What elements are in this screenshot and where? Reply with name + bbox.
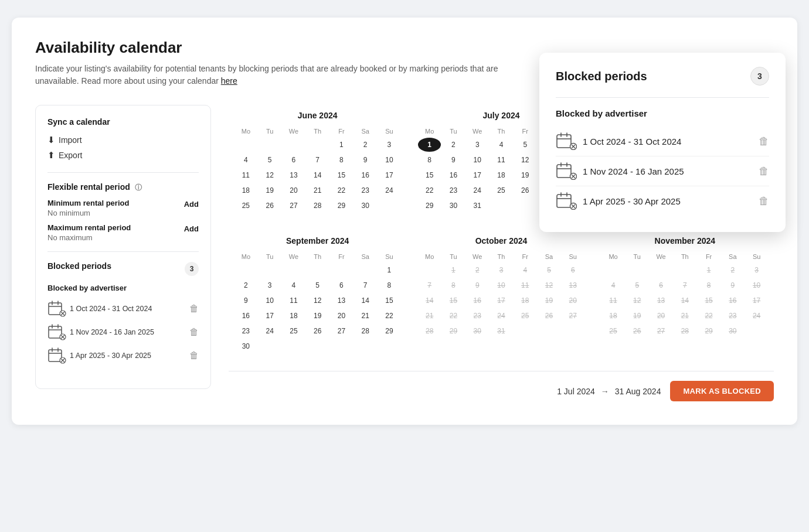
cal-day-June2024-8[interactable]: 8 (330, 153, 353, 167)
cal-day-July2024-19[interactable]: 19 (514, 168, 536, 182)
cal-day-June2024-13[interactable]: 13 (283, 168, 305, 182)
cal-day-September2024-5[interactable]: 5 (306, 278, 329, 292)
sidebar-delete-1[interactable]: 🗑 (189, 303, 199, 314)
cal-day-November2024-20[interactable]: 20 (650, 309, 672, 323)
cal-day-October2024-19[interactable]: 19 (538, 294, 560, 308)
cal-day-November2024-19[interactable]: 19 (626, 309, 648, 323)
cal-day-October2024-20[interactable]: 20 (562, 294, 584, 308)
cal-day-June2024-17[interactable]: 17 (378, 168, 401, 182)
cal-day-July2024-9[interactable]: 9 (442, 153, 465, 167)
cal-day-September2024-25[interactable]: 25 (283, 324, 305, 338)
cal-day-November2024-26[interactable]: 26 (626, 324, 648, 338)
sidebar-delete-2[interactable]: 🗑 (189, 327, 199, 337)
cal-day-September2024-15[interactable]: 15 (378, 294, 401, 308)
cal-day-October2024-15[interactable]: 15 (442, 294, 465, 308)
cal-day-July2024-10[interactable]: 10 (466, 153, 489, 167)
min-add-link[interactable]: Add (184, 200, 199, 209)
cal-day-July2024-1[interactable]: 1 (418, 138, 441, 152)
cal-day-November2024-5[interactable]: 5 (626, 278, 648, 292)
cal-day-September2024-22[interactable]: 22 (378, 309, 401, 323)
cal-day-October2024-18[interactable]: 18 (514, 294, 536, 308)
cal-day-June2024-19[interactable]: 19 (259, 183, 281, 197)
cal-day-November2024-8[interactable]: 8 (698, 278, 720, 292)
cal-day-October2024-24[interactable]: 24 (490, 309, 513, 323)
cal-day-November2024-16[interactable]: 16 (721, 294, 744, 308)
import-link[interactable]: ⬇ Import (47, 132, 199, 148)
cal-day-June2024-5[interactable]: 5 (259, 153, 281, 167)
cal-day-October2024-9[interactable]: 9 (466, 278, 489, 292)
cal-day-September2024-20[interactable]: 20 (330, 309, 353, 323)
cal-day-September2024-21[interactable]: 21 (354, 309, 377, 323)
cal-day-September2024-14[interactable]: 14 (354, 294, 377, 308)
cal-day-July2024-17[interactable]: 17 (466, 168, 489, 182)
cal-day-June2024-9[interactable]: 9 (354, 153, 377, 167)
cal-day-October2024-17[interactable]: 17 (490, 294, 513, 308)
sidebar-delete-3[interactable]: 🗑 (189, 350, 199, 361)
popup-delete-1[interactable]: 🗑 (759, 135, 769, 148)
cal-day-June2024-7[interactable]: 7 (306, 153, 329, 167)
cal-day-November2024-15[interactable]: 15 (698, 294, 720, 308)
cal-day-October2024-25[interactable]: 25 (514, 309, 536, 323)
cal-day-September2024-17[interactable]: 17 (259, 309, 281, 323)
cal-day-September2024-11[interactable]: 11 (283, 294, 305, 308)
cal-day-September2024-13[interactable]: 13 (330, 294, 353, 308)
cal-day-November2024-18[interactable]: 18 (602, 309, 625, 323)
cal-day-October2024-12[interactable]: 12 (538, 278, 560, 292)
cal-day-November2024-2[interactable]: 2 (721, 263, 744, 277)
cal-day-June2024-18[interactable]: 18 (234, 183, 257, 197)
cal-day-November2024-21[interactable]: 21 (674, 309, 696, 323)
cal-day-July2024-15[interactable]: 15 (418, 168, 441, 182)
cal-day-November2024-24[interactable]: 24 (745, 309, 768, 323)
cal-day-June2024-29[interactable]: 29 (330, 199, 353, 213)
cal-day-October2024-27[interactable]: 27 (562, 309, 584, 323)
cal-day-June2024-12[interactable]: 12 (259, 168, 281, 182)
cal-day-October2024-23[interactable]: 23 (466, 309, 489, 323)
cal-day-June2024-20[interactable]: 20 (283, 183, 305, 197)
cal-day-October2024-16[interactable]: 16 (466, 294, 489, 308)
cal-day-July2024-26[interactable]: 26 (514, 183, 536, 197)
cal-day-November2024-1[interactable]: 1 (698, 263, 720, 277)
cal-day-June2024-28[interactable]: 28 (306, 199, 329, 213)
cal-day-July2024-25[interactable]: 25 (490, 183, 513, 197)
cal-day-November2024-30[interactable]: 30 (721, 324, 744, 338)
cal-day-July2024-29[interactable]: 29 (418, 199, 441, 213)
cal-day-September2024-10[interactable]: 10 (259, 294, 281, 308)
cal-day-November2024-4[interactable]: 4 (602, 278, 625, 292)
cal-day-July2024-2[interactable]: 2 (442, 138, 465, 152)
cal-day-November2024-27[interactable]: 27 (650, 324, 672, 338)
cal-day-October2024-7[interactable]: 7 (418, 278, 441, 292)
cal-day-September2024-3[interactable]: 3 (259, 278, 281, 292)
cal-day-July2024-11[interactable]: 11 (490, 153, 513, 167)
cal-day-October2024-2[interactable]: 2 (466, 263, 489, 277)
cal-day-June2024-30[interactable]: 30 (354, 199, 377, 213)
mark-blocked-button[interactable]: MARK AS BLOCKED (670, 381, 774, 401)
cal-day-July2024-3[interactable]: 3 (466, 138, 489, 152)
cal-day-June2024-22[interactable]: 22 (330, 183, 353, 197)
cal-day-November2024-25[interactable]: 25 (602, 324, 625, 338)
cal-day-June2024-16[interactable]: 16 (354, 168, 377, 182)
cal-day-September2024-28[interactable]: 28 (354, 324, 377, 338)
cal-day-October2024-1[interactable]: 1 (442, 263, 465, 277)
cal-day-November2024-9[interactable]: 9 (721, 278, 744, 292)
cal-day-October2024-5[interactable]: 5 (538, 263, 560, 277)
cal-day-September2024-16[interactable]: 16 (234, 309, 257, 323)
cal-day-October2024-30[interactable]: 30 (466, 324, 489, 338)
popup-delete-2[interactable]: 🗑 (759, 165, 769, 178)
cal-day-July2024-31[interactable]: 31 (466, 199, 489, 213)
cal-day-November2024-28[interactable]: 28 (674, 324, 696, 338)
cal-day-June2024-14[interactable]: 14 (306, 168, 329, 182)
cal-day-September2024-29[interactable]: 29 (378, 324, 401, 338)
cal-day-September2024-12[interactable]: 12 (306, 294, 329, 308)
cal-day-July2024-18[interactable]: 18 (490, 168, 513, 182)
cal-day-June2024-3[interactable]: 3 (378, 138, 401, 152)
cal-day-November2024-3[interactable]: 3 (745, 263, 768, 277)
cal-day-November2024-13[interactable]: 13 (650, 294, 672, 308)
cal-day-June2024-2[interactable]: 2 (354, 138, 377, 152)
cal-day-September2024-2[interactable]: 2 (234, 278, 257, 292)
cal-day-November2024-7[interactable]: 7 (674, 278, 696, 292)
here-link[interactable]: here (221, 76, 237, 86)
cal-day-June2024-25[interactable]: 25 (234, 199, 257, 213)
cal-day-November2024-6[interactable]: 6 (650, 278, 672, 292)
cal-day-July2024-12[interactable]: 12 (514, 153, 536, 167)
cal-day-October2024-28[interactable]: 28 (418, 324, 441, 338)
